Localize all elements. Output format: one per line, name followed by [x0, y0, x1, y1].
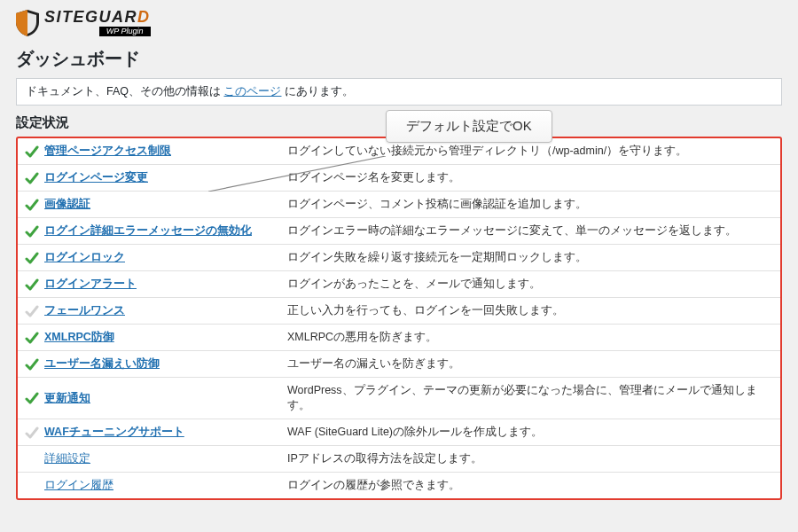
setting-desc: ログインの履歴が参照できます。 — [280, 473, 780, 499]
table-row: WAFチューニングサポートWAF (SiteGuard Lite)の除外ルールを… — [18, 419, 780, 446]
check-icon — [25, 145, 39, 159]
table-row: XMLRPC防御XMLRPCの悪用を防ぎます。 — [18, 325, 780, 351]
info-suffix: にあります。 — [281, 85, 353, 98]
annotation-callout: デフォルト設定でOK — [386, 110, 552, 143]
setting-desc: WordPress、プラグイン、テーマの更新が必要になった場合に、管理者にメール… — [280, 378, 780, 419]
info-link[interactable]: このページ — [223, 85, 281, 98]
setting-link[interactable]: フェールワンス — [44, 303, 125, 318]
check-icon — [25, 357, 39, 372]
settings-table: 管理ページアクセス制限ログインしていない接続元から管理ディレクトリ（/wp-ad… — [16, 137, 782, 500]
check-icon — [25, 391, 39, 405]
setting-link[interactable]: ログインロック — [44, 250, 125, 265]
table-row: ログインページ変更ログインページ名を変更します。 — [18, 165, 780, 192]
table-row: フェールワンス正しい入力を行っても、ログインを一回失敗します。 — [18, 298, 780, 325]
setting-link[interactable]: 詳細設定 — [44, 451, 90, 466]
table-row: ユーザー名漏えい防御ユーザー名の漏えいを防ぎます。 — [18, 351, 780, 378]
plugin-logo: SITEGUARD WP Plugin — [16, 9, 782, 36]
setting-desc: IPアドレスの取得方法を設定します。 — [280, 446, 780, 473]
table-row: ログインアラートログインがあったことを、メールで通知します。 — [18, 271, 780, 298]
info-prefix: ドキュメント、FAQ、その他の情報は — [26, 85, 223, 98]
page-title: ダッシュボード — [16, 47, 782, 71]
setting-link[interactable]: ログインアラート — [44, 277, 137, 292]
setting-desc: ログイン失敗を繰り返す接続元を一定期間ロックします。 — [280, 245, 780, 271]
setting-link[interactable]: ログイン詳細エラーメッセージの無効化 — [44, 223, 252, 239]
check-icon — [25, 278, 39, 292]
setting-desc: ログインがあったことを、メールで通知します。 — [280, 271, 780, 298]
setting-desc: ログインエラー時の詳細なエラーメッセージに変えて、単一のメッセージを返します。 — [280, 218, 780, 245]
setting-desc: XMLRPCの悪用を防ぎます。 — [280, 325, 780, 351]
setting-desc: ログインページ、コメント投稿に画像認証を追加します。 — [280, 192, 780, 218]
shield-icon — [16, 10, 39, 36]
setting-desc: ユーザー名の漏えいを防ぎます。 — [280, 351, 780, 378]
table-row: 画像認証ログインページ、コメント投稿に画像認証を追加します。 — [18, 192, 780, 218]
setting-link[interactable]: ログインページ変更 — [44, 170, 148, 185]
check-icon — [25, 304, 39, 318]
setting-desc: 正しい入力を行っても、ログインを一回失敗します。 — [280, 298, 780, 325]
brand-name: SITEGUARD — [44, 9, 151, 25]
check-icon — [25, 426, 39, 440]
setting-desc: ログインページ名を変更します。 — [280, 165, 780, 192]
setting-link[interactable]: ログイン履歴 — [44, 478, 113, 493]
check-icon — [25, 251, 39, 265]
setting-link[interactable]: ユーザー名漏えい防御 — [44, 356, 160, 372]
brand-subtitle: WP Plugin — [99, 27, 151, 36]
setting-link[interactable]: WAFチューニングサポート — [44, 425, 184, 440]
table-row: ログイン履歴ログインの履歴が参照できます。 — [18, 473, 780, 499]
check-icon — [25, 198, 39, 212]
check-icon — [25, 224, 39, 239]
check-icon — [25, 171, 39, 185]
setting-link[interactable]: XMLRPC防御 — [44, 330, 114, 345]
table-row: 詳細設定IPアドレスの取得方法を設定します。 — [18, 446, 780, 473]
setting-link[interactable]: 管理ページアクセス制限 — [44, 144, 171, 159]
check-icon — [25, 331, 39, 345]
info-bar: ドキュメント、FAQ、その他の情報は このページ にあります。 — [16, 78, 782, 106]
table-row: 更新通知WordPress、プラグイン、テーマの更新が必要になった場合に、管理者… — [18, 378, 780, 419]
setting-link[interactable]: 画像認証 — [44, 197, 90, 212]
table-row: ログインロックログイン失敗を繰り返す接続元を一定期間ロックします。 — [18, 245, 780, 271]
table-row: ログイン詳細エラーメッセージの無効化ログインエラー時の詳細なエラーメッセージに変… — [18, 218, 780, 245]
setting-link[interactable]: 更新通知 — [44, 391, 90, 406]
setting-desc: WAF (SiteGuard Lite)の除外ルールを作成します。 — [280, 419, 780, 446]
